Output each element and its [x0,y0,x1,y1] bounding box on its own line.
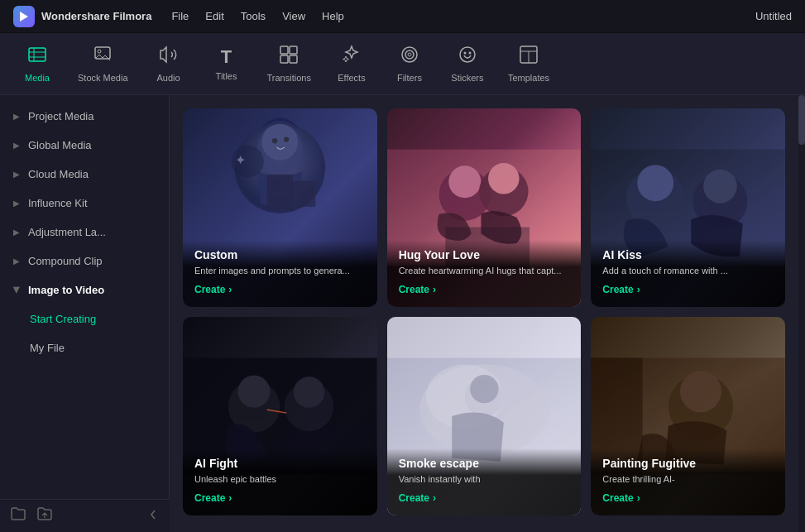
toolbar-stock-media[interactable]: Stock Media [66,38,140,89]
sidebar-item-label: Compound Clip [28,255,103,267]
toolbar-templates[interactable]: Templates [496,38,561,89]
folder-import-icon[interactable] [36,506,53,526]
sidebar: ▶ Project Media ▶ Global Media ▶ Cloud M… [0,95,170,532]
svg-point-3 [98,50,101,53]
titles-icon: T [221,46,232,68]
card-custom[interactable]: ✦ Custom Enter images and prompts to gen… [183,108,377,307]
card-smoke-create[interactable]: Create › [399,492,570,504]
card-painting-fugitive[interactable]: Painting Fugitive Create thrilling AI- C… [591,317,785,515]
sidebar-item-global-media[interactable]: ▶ Global Media [0,131,169,160]
card-kiss-title: AI Kiss [602,248,774,261]
card-custom-create[interactable]: Create › [194,284,366,295]
arrow-right-icon: › [433,284,436,295]
toolbar-audio[interactable]: Audio [140,38,198,89]
card-hug-create[interactable]: Create › [399,284,570,295]
svg-point-20 [272,138,277,143]
menu-file[interactable]: File [171,10,189,22]
toolbar-effects[interactable]: Effects [323,38,381,89]
svg-rect-23 [293,181,315,207]
sidebar-item-label: Influence Kit [28,197,88,209]
stickers-icon [458,45,477,69]
sidebar-item-project-media[interactable]: ▶ Project Media [0,102,169,131]
logo-icon [13,6,35,27]
chevron-right-icon: ▶ [13,228,20,237]
card-painting-desc: Create thrilling AI- [602,473,774,486]
app-name: Wondershare Filmora [41,10,151,22]
toolbar-titles-label: Titles [216,71,237,81]
card-kiss-create[interactable]: Create › [602,284,774,295]
sidebar-item-label: Cloud Media [28,168,89,180]
svg-point-13 [468,52,471,55]
sidebar-item-image-to-video[interactable]: ▶ Image to Video [0,276,169,304]
card-smoke-title: Smoke escape [399,457,570,470]
card-fight-desc: Unleash epic battles [194,473,366,486]
menu-view[interactable]: View [282,10,305,22]
sidebar-collapse-icon[interactable] [146,508,160,525]
toolbar-stickers[interactable]: Stickers [438,38,496,89]
arrow-right-icon: › [637,492,640,504]
sidebar-bottom [0,499,170,532]
card-painting-create[interactable]: Create › [602,492,774,504]
toolbar-titles[interactable]: T Titles [198,40,256,88]
card-smoke-desc: Vanish instantly with [399,473,570,486]
toolbar-effects-label: Effects [338,73,365,83]
menu-help[interactable]: Help [322,10,344,22]
scrollbar-track[interactable] [798,95,805,532]
svg-point-8 [402,47,417,62]
sidebar-item-influence-kit[interactable]: ▶ Influence Kit [0,189,169,218]
chevron-right-icon: ▶ [13,170,20,179]
card-hug-your-love[interactable]: Hug Your Love Create heartwarming AI hug… [387,108,582,307]
svg-point-34 [638,165,674,201]
svg-point-30 [488,163,520,194]
card-custom-overlay: Custom Enter images and prompts to gener… [183,240,377,307]
card-kiss-desc: Add a touch of romance with ... [602,265,774,277]
chevron-right-icon: ▶ [13,199,20,208]
card-custom-title: Custom [194,248,366,261]
chevron-right-icon: ▶ [13,141,20,150]
svg-point-19 [261,124,298,161]
stock-media-icon [93,45,113,69]
chevron-right-icon: ▶ [13,112,20,121]
card-fight-create[interactable]: Create › [194,492,366,504]
toolbar-stickers-label: Stickers [451,73,483,83]
arrow-right-icon: › [228,492,232,504]
svg-rect-22 [267,175,293,210]
sidebar-item-cloud-media[interactable]: ▶ Cloud Media [0,160,169,189]
card-kiss-overlay: AI Kiss Add a touch of romance with ... … [591,240,785,307]
svg-point-21 [284,137,289,141]
filters-icon [400,45,419,69]
svg-rect-6 [280,55,288,63]
scrollbar-thumb[interactable] [798,95,805,145]
sidebar-item-adjustment-la[interactable]: ▶ Adjustment La... [0,218,169,247]
card-ai-fight[interactable]: AI Fight Unleash epic battles Create › [183,317,377,515]
card-ai-kiss[interactable]: AI Kiss Add a touch of romance with ... … [591,108,785,307]
main-layout: ▶ Project Media ▶ Global Media ▶ Cloud M… [0,95,805,532]
transitions-icon [279,45,299,69]
svg-rect-1 [29,48,46,61]
effects-icon [342,45,362,69]
arrow-right-icon: › [637,284,640,295]
card-hug-title: Hug Your Love [399,248,570,261]
titlebar-menu: File Edit Tools View Help [171,10,343,22]
toolbar: Media Stock Media Audio T Titles [0,33,805,95]
card-smoke-escape[interactable]: Smoke escape Vanish instantly with Creat… [387,317,582,515]
cards-grid: ✦ Custom Enter images and prompts to gen… [183,108,785,515]
menu-edit[interactable]: Edit [205,10,223,22]
toolbar-transitions[interactable]: Transitions [256,38,323,89]
toolbar-media[interactable]: Media [8,38,66,89]
folder-new-icon[interactable] [10,506,26,526]
sidebar-item-start-creating[interactable]: Start Creating [0,304,169,333]
sidebar-item-my-file[interactable]: My File [0,333,169,362]
svg-rect-4 [280,46,288,54]
menu-tools[interactable]: Tools [241,10,266,22]
sidebar-item-label: Start Creating [30,313,96,325]
project-name: Untitled [755,10,792,22]
toolbar-transitions-label: Transitions [267,73,311,83]
svg-point-9 [405,50,414,59]
toolbar-stock-label: Stock Media [78,73,128,83]
toolbar-filters[interactable]: Filters [381,38,438,89]
card-hug-desc: Create heartwarming AI hugs that capt... [399,265,570,277]
sidebar-item-compound-clip[interactable]: ▶ Compound Clip [0,247,169,276]
svg-point-12 [463,52,466,55]
toolbar-media-label: Media [25,73,50,83]
